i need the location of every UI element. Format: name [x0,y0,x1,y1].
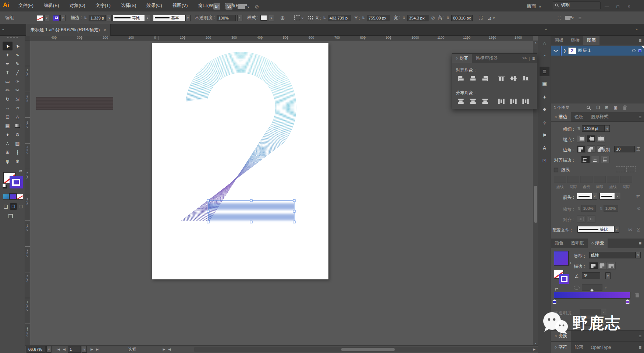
zoom-tool[interactable]: ⊕ [13,156,22,165]
free-transform-tool[interactable]: ▱ [13,103,22,112]
menu-item-编辑(E)[interactable]: 编辑(E) [39,3,64,9]
search-input[interactable]: 切割 [553,1,601,9]
join-miter-button[interactable] [577,145,586,153]
character-styles-panel-icon[interactable]: A [540,143,549,153]
stock-button[interactable]: St [225,3,232,10]
pasteboard-dark-rectangle[interactable] [36,97,113,110]
arrow-align-end-button[interactable] [587,215,595,223]
tab-pathfinder[interactable]: 路径查找器 [472,54,501,63]
gradient-within-stroke-button[interactable] [589,262,598,269]
tab-paragraph[interactable]: 段落 [571,342,587,353]
color-button[interactable] [3,194,9,200]
menu-item-效果(C)[interactable]: 效果(C) [141,3,167,9]
align-to-pixel-grid-icon[interactable]: ⊿ [487,15,492,21]
dash-field-4[interactable] [594,176,606,183]
fill-chevron-icon[interactable]: ∨ [44,15,49,21]
magic-wand-tool[interactable]: ✦ [3,50,13,59]
pencil-tool[interactable]: ✏ [3,86,13,95]
join-round-button[interactable] [587,145,595,153]
stroke-weight-field[interactable]: 1.339 p [89,15,106,21]
new-sublayer-icon[interactable]: ⊞ [605,105,608,110]
cap-square-button[interactable] [597,135,605,142]
lasso-tool[interactable]: ∿ [13,50,22,59]
maximize-button[interactable]: □ [612,4,623,9]
layer-expander-icon[interactable]: ❯ [563,49,566,53]
chevron-down-icon[interactable]: ∨ [605,272,611,279]
reference-point-grid[interactable] [308,15,313,20]
menu-item-文字(T)[interactable]: 文字(T) [90,3,116,9]
hscroll-left-icon[interactable]: ◀ [168,347,171,351]
gradient-across-stroke-button[interactable] [607,262,616,269]
gradient-along-stroke-button[interactable] [598,262,607,269]
glyphs-panel-icon[interactable]: ✧ [540,118,549,128]
align-panel-icon[interactable]: ≣ [540,67,549,76]
artboards-panel-icon[interactable]: ⚑ [540,131,549,140]
direct-selection-tool[interactable]: ➤ [13,42,22,50]
screen-mode-button[interactable]: ❐ [8,213,13,220]
control-panel-menu-icon[interactable]: ≡ [579,15,581,21]
zoom-chevron-icon[interactable]: ∨ [46,346,51,353]
layer-target-icon[interactable] [632,49,636,52]
tab-swatches[interactable]: 色板 [571,112,587,121]
dash-field-2[interactable] [567,176,579,183]
dist-vcenter-button[interactable] [468,97,478,105]
rotate-tool[interactable]: ↻ [3,95,13,103]
opacity-field[interactable]: 100% [217,15,236,21]
tab-close-icon[interactable]: × [103,28,106,33]
document-tab[interactable]: 未标题-1.ai* @ 66.67% (RGB/预览) × [26,24,111,36]
gradient-slider-bar[interactable] [554,292,630,299]
tab-align[interactable]: ◇对齐 [452,54,472,63]
tab-color[interactable]: 颜色 [551,239,567,248]
scissors-tool[interactable]: ✂ [13,86,22,95]
horizontal-scrollbar[interactable] [194,347,555,352]
default-fill-stroke-icon[interactable] [2,184,6,187]
gradient-swatch[interactable] [554,251,569,266]
dash-field-6[interactable] [620,176,632,183]
stepper-icon[interactable]: ⇅ [402,16,405,20]
reverse-gradient-icon[interactable]: ⇄ [555,287,558,292]
tab-opentype[interactable]: OpenType [587,342,615,353]
arrowhead-end-dropdown[interactable] [599,193,615,200]
numeral-2-artwork[interactable] [152,43,328,279]
horizontal-scroll-thumb[interactable] [341,348,395,351]
bridge-button[interactable]: Br [213,3,220,10]
chevron-down-icon[interactable]: ∨ [107,15,112,21]
tab-gradient[interactable]: ◇渐变 [588,239,608,248]
align-hcenter-button[interactable] [468,74,478,82]
workspace-menu[interactable]: 版面 ∨ [527,0,541,13]
hscroll-right-icon[interactable]: ▶ [533,347,536,351]
toolbar-collapse-icon[interactable]: « [2,27,4,31]
document-setup-globe-icon[interactable]: ⊕ [280,15,285,21]
width-profile-dropdown[interactable]: 等比 [113,15,145,21]
align-dash-button[interactable] [626,166,636,172]
selection-tool[interactable]: ➤ [3,42,13,50]
panel-menu-icon[interactable]: ≡ [636,342,644,353]
pen-tool[interactable]: ✒ [3,59,13,68]
dock-expand-icon[interactable]: » [636,27,638,31]
clipping-mask-icon[interactable]: ❐ [596,105,600,110]
menu-item-选择(S)[interactable]: 选择(S) [116,3,142,9]
dist-top-button[interactable] [456,97,466,105]
opacity-expand-icon[interactable]: › [237,15,242,21]
visibility-eye-icon[interactable] [551,49,561,53]
status-flyout-icon[interactable]: ▶ [163,347,165,351]
gradient-panel-icon[interactable]: ◔ [540,51,549,61]
vertical-ruler[interactable]: 100200300400500600700800900100011001200 [25,40,30,345]
scale-strokes-icon[interactable]: ⛶ [479,15,483,21]
align-left-button[interactable] [456,74,466,82]
workspace-switcher[interactable]: ∨ [238,4,250,9]
stepper-icon[interactable]: ⇅ [362,16,365,20]
chevron-down-icon[interactable]: ∨ [269,15,274,21]
cap-butt-button[interactable] [577,135,586,142]
arrowhead-start-dropdown[interactable] [577,193,592,200]
swap-fill-stroke-icon[interactable]: ⇄ [19,169,22,173]
next-artboard-icon[interactable]: ▶ [90,347,93,351]
y-field[interactable]: 755.09 px [367,15,389,21]
stroke-swatch-gradient[interactable] [10,176,23,188]
new-layer-icon[interactable]: ▣ [613,105,617,110]
layer-row[interactable]: ❯ 2 图层 1 [551,46,644,56]
menu-item-文件(F)[interactable]: 文件(F) [13,3,39,9]
dist-left-button[interactable] [496,97,506,105]
arrow-align-start-button[interactable] [577,215,586,223]
gradient-type-dropdown[interactable]: 线性 [589,252,636,258]
